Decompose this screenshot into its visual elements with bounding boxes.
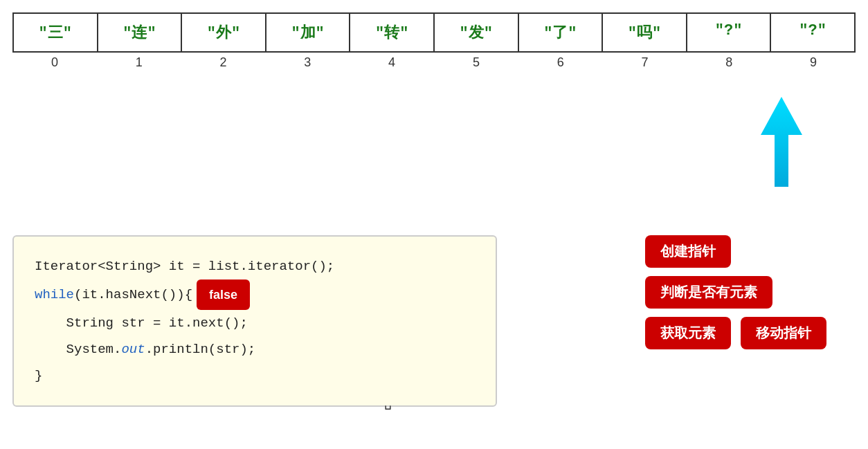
- code-line-2: while(it.hasNext()){ false: [35, 280, 475, 310]
- code-while-keyword: while: [35, 282, 74, 308]
- code-line4-suffix: .println(str);: [145, 336, 256, 363]
- cursor-indicator: ␣: [384, 395, 392, 410]
- array-index: 0: [12, 55, 97, 70]
- array-cell: "?": [771, 14, 854, 51]
- label-badge-1: 创建指针: [645, 235, 731, 268]
- code-line3-text: String str = it.next();: [35, 310, 248, 336]
- code-line4-italic: out: [121, 336, 145, 363]
- svg-marker-0: [761, 97, 802, 187]
- up-arrow: [757, 97, 806, 190]
- label-row-2: 判断是否有元素: [645, 276, 826, 309]
- array-cell: "转": [350, 14, 435, 51]
- label-badge-4: 移动指针: [741, 317, 826, 349]
- array-cell: "?": [687, 14, 772, 51]
- array-section: "三""连""外""加""转""发""了""吗""?""?" 012345678…: [12, 12, 856, 70]
- label-row-3: 获取元素 移动指针: [645, 317, 826, 349]
- array-index: 2: [181, 55, 266, 70]
- array-cell: "加": [266, 14, 351, 51]
- array-cell: "三": [14, 14, 98, 51]
- label-row-1: 创建指针: [645, 235, 826, 268]
- array-index: 7: [603, 55, 687, 70]
- code-line1-text: Iterator<String> it = list.iterator();: [35, 253, 334, 280]
- code-line4-prefix: System.: [35, 336, 121, 363]
- array-index: 9: [771, 55, 856, 70]
- false-badge: false: [197, 280, 250, 310]
- code-line2-after-while: (it.hasNext()){: [74, 282, 192, 308]
- labels-section: 创建指针 判断是否有元素 获取元素 移动指针: [645, 235, 826, 349]
- code-block: Iterator<String> it = list.iterator(); w…: [12, 235, 497, 407]
- array-index: 4: [350, 55, 434, 70]
- code-line-3: String str = it.next();: [35, 310, 475, 336]
- array-indices: 0123456789: [12, 55, 856, 70]
- array-index: 8: [687, 55, 771, 70]
- code-line-5: }: [35, 363, 475, 389]
- array-cell: "发": [435, 14, 519, 51]
- array-cells: "三""连""外""加""转""发""了""吗""?""?": [12, 12, 856, 53]
- label-badge-2: 判断是否有元素: [645, 276, 772, 309]
- array-index: 3: [265, 55, 350, 70]
- code-line5-text: }: [35, 363, 42, 389]
- code-line-1: Iterator<String> it = list.iterator();: [35, 253, 475, 280]
- array-index: 1: [97, 55, 181, 70]
- array-cell: "了": [519, 14, 604, 51]
- array-cell: "连": [98, 14, 183, 51]
- code-line-4: System.out.println(str);: [35, 336, 475, 363]
- array-cell: "吗": [603, 14, 687, 51]
- array-index: 6: [518, 55, 603, 70]
- array-index: 5: [434, 55, 518, 70]
- label-badge-3: 获取元素: [645, 317, 731, 349]
- array-cell: "外": [182, 14, 266, 51]
